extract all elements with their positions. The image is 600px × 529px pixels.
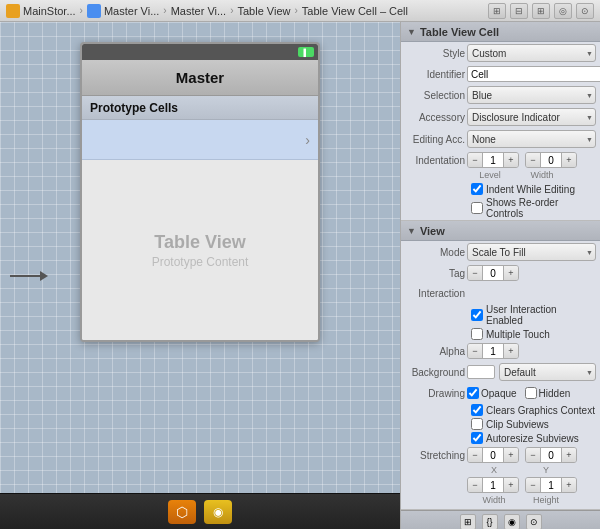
- style-select[interactable]: Custom Basic Right Detail Left Detail Su…: [467, 44, 596, 62]
- toolbar-icon-1[interactable]: ⊞: [488, 3, 506, 19]
- user-interaction-checkbox[interactable]: [471, 309, 483, 321]
- panel-icon-4[interactable]: ⊙: [526, 514, 542, 530]
- stretching-label: Stretching: [405, 450, 465, 461]
- level-decrement[interactable]: −: [468, 153, 482, 167]
- stretch-h-stepper[interactable]: − +: [525, 477, 577, 493]
- tag-decrement[interactable]: −: [468, 266, 482, 280]
- accessory-select-wrapper[interactable]: Disclosure Indicator None Detail Disclos…: [467, 108, 596, 126]
- breadcrumb-sep-3: ›: [230, 5, 233, 16]
- background-select-wrapper[interactable]: Default Custom: [499, 363, 596, 381]
- toolbar-icon-3[interactable]: ⊞: [532, 3, 550, 19]
- stretch-x-val[interactable]: [482, 448, 504, 462]
- stretch-y-inc[interactable]: +: [562, 448, 576, 462]
- breadcrumb-icon-blue: [87, 4, 101, 18]
- breadcrumb-item-3[interactable]: Master Vi...: [171, 5, 226, 17]
- stretch-h-inc[interactable]: +: [562, 478, 576, 492]
- alpha-decrement[interactable]: −: [468, 344, 482, 358]
- breadcrumb-icon-orange: [6, 4, 20, 18]
- level-increment[interactable]: +: [504, 153, 518, 167]
- breadcrumb-item-2[interactable]: Master Vi...: [87, 4, 159, 18]
- stretch-w-inc[interactable]: +: [504, 478, 518, 492]
- canvas-tool-orange[interactable]: ⬡: [168, 500, 196, 524]
- indentation-row: Indentation − + − +: [401, 150, 600, 170]
- editing-acc-select-wrapper[interactable]: None Disclosure Indicator: [467, 130, 596, 148]
- iphone-simulator: ▌ Master Prototype Cells › Table View Pr…: [80, 42, 320, 342]
- drawing-label: Drawing: [405, 388, 465, 399]
- stretch-x-dec[interactable]: −: [468, 448, 482, 462]
- breadcrumb-item-4[interactable]: Table View: [237, 5, 290, 17]
- panel-icon-1[interactable]: ⊞: [460, 514, 476, 530]
- tag-value[interactable]: [482, 266, 504, 280]
- style-select-wrapper[interactable]: Custom Basic Right Detail Left Detail Su…: [467, 44, 596, 62]
- tag-row: Tag − +: [401, 263, 600, 283]
- panel-section-header-view[interactable]: ▼ View: [401, 221, 600, 241]
- clears-graphics-row: Clears Graphics Context: [401, 403, 600, 417]
- level-value[interactable]: [482, 153, 504, 167]
- level-stepper[interactable]: − +: [467, 152, 519, 168]
- clip-subviews-checkbox[interactable]: [471, 418, 483, 430]
- selection-select[interactable]: Blue None Gray: [467, 86, 596, 104]
- toolbar-icon-5[interactable]: ⊙: [576, 3, 594, 19]
- stretching-section: Stretching − + − + X Y: [401, 445, 600, 509]
- panel-icon-2[interactable]: {}: [482, 514, 498, 530]
- width-value[interactable]: [540, 153, 562, 167]
- sim-nav-bar: Master: [82, 60, 318, 96]
- hidden-label: Hidden: [539, 388, 571, 399]
- breadcrumb-item-5[interactable]: Table View Cell – Cell: [302, 5, 408, 17]
- stretch-w-dec[interactable]: −: [468, 478, 482, 492]
- sim-title: Master: [176, 69, 224, 86]
- selection-label: Selection: [405, 90, 465, 101]
- indent-while-editing-checkbox[interactable]: [471, 183, 483, 195]
- background-row: Background Default Custom: [401, 361, 600, 383]
- alpha-label: Alpha: [405, 346, 465, 357]
- alpha-increment[interactable]: +: [504, 344, 518, 358]
- toolbar-icon-2[interactable]: ⊟: [510, 3, 528, 19]
- sim-section-header: Prototype Cells: [82, 96, 318, 120]
- clears-graphics-checkbox[interactable]: [471, 404, 483, 416]
- alpha-stepper[interactable]: − +: [467, 343, 519, 359]
- stretch-h-dec[interactable]: −: [526, 478, 540, 492]
- panel-section-header-tvc[interactable]: ▼ Table View Cell: [401, 22, 600, 42]
- mode-select-wrapper[interactable]: Scale To Fill Scale Aspect Fit Scale Asp…: [467, 243, 596, 261]
- editing-acc-row: Editing Acc. None Disclosure Indicator: [401, 128, 600, 150]
- drawing-label-row: Drawing Opaque Hidden: [401, 383, 600, 403]
- stretch-y-stepper[interactable]: − +: [525, 447, 577, 463]
- panel-icon-3[interactable]: ◉: [504, 514, 520, 530]
- selection-select-wrapper[interactable]: Blue None Gray: [467, 86, 596, 104]
- editing-acc-select[interactable]: None Disclosure Indicator: [467, 130, 596, 148]
- shows-reorder-checkbox[interactable]: [471, 202, 483, 214]
- sim-cell-chevron: ›: [305, 132, 310, 148]
- accessory-select[interactable]: Disclosure Indicator None Detail Disclos…: [467, 108, 596, 126]
- stretch-h-val[interactable]: [540, 478, 562, 492]
- toolbar-icon-4[interactable]: ◎: [554, 3, 572, 19]
- tag-stepper[interactable]: − +: [467, 265, 519, 281]
- width-stepper[interactable]: − +: [525, 152, 577, 168]
- canvas-tool-yellow[interactable]: ◉: [204, 500, 232, 524]
- breadcrumb-bar: MainStor... › Master Vi... › Master Vi..…: [0, 0, 600, 22]
- stretch-y-val[interactable]: [540, 448, 562, 462]
- sim-table-cell[interactable]: ›: [82, 120, 318, 160]
- canvas-area: ▌ Master Prototype Cells › Table View Pr…: [0, 22, 400, 529]
- hidden-checkbox[interactable]: [525, 387, 537, 399]
- background-select[interactable]: Default Custom: [499, 363, 596, 381]
- breadcrumb-item-1[interactable]: MainStor...: [6, 4, 76, 18]
- background-color-box[interactable]: [467, 365, 495, 379]
- sim-placeholder-sub: Prototype Content: [152, 255, 249, 269]
- stretch-y-dec[interactable]: −: [526, 448, 540, 462]
- stretch-x-stepper[interactable]: − +: [467, 447, 519, 463]
- tag-increment[interactable]: +: [504, 266, 518, 280]
- width-increment[interactable]: +: [562, 153, 576, 167]
- stretch-w-val[interactable]: [482, 478, 504, 492]
- alpha-value[interactable]: [482, 344, 504, 358]
- identifier-row: Identifier: [401, 64, 600, 84]
- width-decrement[interactable]: −: [526, 153, 540, 167]
- accessory-row: Accessory Disclosure Indicator None Deta…: [401, 106, 600, 128]
- identifier-input[interactable]: [467, 66, 600, 82]
- opaque-checkbox[interactable]: [467, 387, 479, 399]
- breadcrumb-sep-2: ›: [163, 5, 166, 16]
- stretch-x-inc[interactable]: +: [504, 448, 518, 462]
- multiple-touch-checkbox[interactable]: [471, 328, 483, 340]
- autoresize-checkbox[interactable]: [471, 432, 483, 444]
- stretch-w-stepper[interactable]: − +: [467, 477, 519, 493]
- mode-select[interactable]: Scale To Fill Scale Aspect Fit Scale Asp…: [467, 243, 596, 261]
